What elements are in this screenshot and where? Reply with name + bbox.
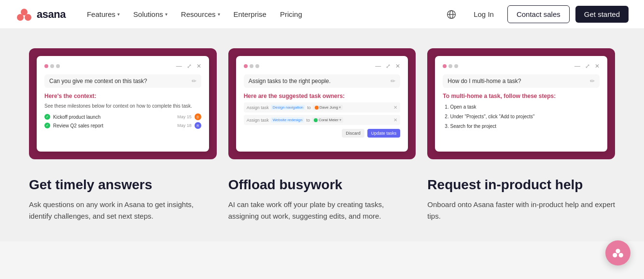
maximize-icon: ⤢ (187, 63, 192, 70)
task-check-icon: ✓ (44, 114, 50, 120)
window-dots-1 (44, 64, 60, 68)
window-dot (44, 64, 48, 68)
avatar-2: R (195, 122, 201, 129)
features-row: Get timely answers Ask questions on any … (29, 177, 615, 222)
window-chrome-2: — ⤢ ✕ (244, 63, 401, 70)
avatar-1: D (195, 113, 201, 120)
assignee-1: Dave Jung ▾ (313, 105, 343, 110)
chevron-down-icon: ▾ (218, 12, 220, 17)
window-controls-3: — ⤢ ✕ (574, 63, 600, 70)
get-started-button[interactable]: Get started (575, 6, 629, 23)
step-3: 3. Search for the project (445, 122, 600, 131)
logo-text: asana (37, 8, 66, 21)
feature-title-3: Request in-product help (427, 177, 615, 193)
contact-sales-button[interactable]: Contact sales (507, 5, 570, 23)
window-dot (443, 64, 447, 68)
avatar-dot-2 (314, 118, 318, 122)
svg-point-1 (17, 14, 24, 21)
step-1: 1. Open a task (445, 102, 600, 112)
chevron-down-icon: ▾ (165, 12, 168, 17)
feature-title-2: Offload busywork (228, 177, 416, 193)
step-2: 2. Under "Projects", click "Add to proje… (445, 112, 600, 122)
language-button[interactable] (443, 6, 460, 23)
answer-heading-1: Here's the context: (44, 93, 201, 99)
close-icon: ✕ (393, 117, 397, 123)
feature-timely-answers: Get timely answers Ask questions on any … (29, 177, 217, 222)
main-content: — ⤢ ✕ Can you give me context on this ta… (0, 29, 644, 241)
card-in-product-help: — ⤢ ✕ How do I multi-home a task? ✏ To m… (427, 48, 615, 159)
feature-title-1: Get timely answers (29, 177, 217, 193)
close-icon: ✕ (395, 63, 400, 70)
navbar: asana Features ▾ Solutions ▾ Resources ▾… (0, 0, 644, 29)
edit-icon: ✏ (391, 78, 395, 84)
window-chrome-3: — ⤢ ✕ (443, 63, 600, 70)
window-dot (250, 64, 253, 68)
feature-desc-2: AI can take work off your plate by creat… (228, 199, 416, 222)
maximize-icon: ⤢ (386, 63, 391, 70)
svg-point-2 (25, 14, 31, 21)
prompt-bar-3: How do I multi-home a task? ✏ (443, 74, 600, 88)
assign-row-1: Assign task Design navigation to Dave Ju… (244, 102, 401, 112)
feature-in-product-help: Request in-product help Onboard onto Asa… (427, 177, 615, 222)
assign-row-2: Assign task Website redesign to Coral Me… (244, 115, 401, 125)
window-dot (56, 64, 60, 68)
card-offload-busywork: — ⤢ ✕ Assign tasks to the right people. … (228, 48, 416, 159)
feature-offload-busywork: Offload busywork AI can take work off yo… (228, 177, 416, 222)
nav-link-enterprise[interactable]: Enterprise (228, 6, 272, 22)
nav-links: Features ▾ Solutions ▾ Resources ▾ Enter… (81, 6, 443, 22)
chevron-down-icon: ▾ (117, 12, 120, 17)
answer-heading-3: To multi-home a task, follow these steps… (443, 93, 600, 99)
svg-point-8 (619, 253, 623, 257)
login-button[interactable]: Log In (466, 6, 502, 22)
window-controls-2: — ⤢ ✕ (375, 63, 400, 70)
prompt-text-3: How do I multi-home a task? (448, 78, 521, 84)
window-dot (454, 64, 458, 68)
minimize-icon: — (176, 63, 182, 70)
nav-link-resources[interactable]: Resources ▾ (175, 6, 226, 22)
window-dot (50, 64, 54, 68)
prompt-bar-2: Assign tasks to the right people. ✏ (244, 74, 401, 88)
fab-button[interactable] (605, 240, 630, 265)
minimize-icon: — (375, 63, 381, 70)
task-item-1: ✓ Kickoff product launch May 15 D (44, 113, 201, 120)
discard-button[interactable]: Discard (342, 129, 364, 138)
nav-link-solutions[interactable]: Solutions ▾ (127, 6, 173, 22)
minimize-icon: — (574, 63, 580, 70)
edit-icon: ✏ (590, 78, 595, 84)
window-chrome-1: — ⤢ ✕ (44, 63, 201, 70)
feature-desc-1: Ask questions on any work in Asana to ge… (29, 199, 217, 222)
maximize-icon: ⤢ (585, 63, 590, 70)
close-icon: ✕ (196, 63, 201, 70)
card-timely-answers: — ⤢ ✕ Can you give me context on this ta… (29, 48, 217, 159)
svg-point-6 (616, 249, 620, 253)
window-dot (255, 64, 259, 68)
logo[interactable]: asana (15, 6, 66, 23)
window-dots-3 (443, 64, 458, 68)
prompt-text-1: Can you give me context on this task? (49, 78, 147, 84)
avatar-dot-1 (315, 106, 319, 110)
close-icon: ✕ (393, 105, 397, 110)
steps-list: 1. Open a task 2. Under "Projects", clic… (443, 102, 600, 131)
window-dots-2 (244, 64, 259, 68)
prompt-bar-1: Can you give me context on this task? ✏ (44, 74, 201, 88)
window-controls-1: — ⤢ ✕ (176, 63, 201, 70)
card-inner-2: — ⤢ ✕ Assign tasks to the right people. … (236, 56, 408, 152)
svg-point-7 (613, 253, 617, 257)
task-item-2: ✓ Review Q2 sales report May 18 R (44, 122, 201, 129)
assignee-2: Coral Meier ▾ (312, 117, 343, 123)
feature-desc-3: Onboard onto Asana faster with in-produc… (427, 199, 615, 222)
edit-icon: ✏ (192, 78, 196, 84)
chevron-down-icon: ▾ (339, 105, 341, 110)
nav-right: Log In Contact sales Get started (443, 5, 629, 23)
card-inner-1: — ⤢ ✕ Can you give me context on this ta… (37, 56, 209, 152)
card-inner-3: — ⤢ ✕ How do I multi-home a task? ✏ To m… (435, 56, 607, 152)
action-buttons: Discard Update tasks (244, 129, 401, 138)
nav-link-pricing[interactable]: Pricing (274, 6, 308, 22)
asana-fab-icon (611, 246, 625, 260)
window-dot (244, 64, 248, 68)
answer-heading-2: Here are the suggested task owners: (244, 93, 401, 99)
nav-link-features[interactable]: Features ▾ (81, 6, 126, 22)
update-tasks-button[interactable]: Update tasks (367, 129, 401, 138)
globe-icon (447, 10, 456, 19)
answer-text-1: See these milestones below for context o… (44, 102, 201, 110)
